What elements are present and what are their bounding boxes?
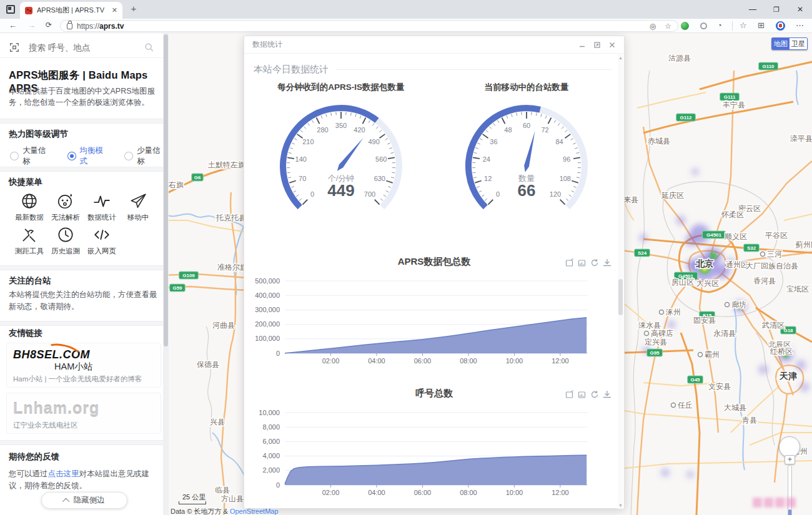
map-type-satellite[interactable]: 卫星 (790, 38, 807, 49)
url-scheme: https:// (77, 22, 99, 31)
feedback-link[interactable]: 点击这里 (48, 469, 79, 478)
quick-menu-label: 测距工具 (11, 247, 47, 256)
scroll-up-icon[interactable]: ▲ (618, 56, 623, 60)
map-label: 青县 (742, 416, 757, 424)
map-label: 方山县 (221, 494, 244, 503)
map-label: 滦平县 (790, 134, 812, 143)
radio-icon (10, 152, 19, 160)
toolbox-bar-chart-icon[interactable] (578, 258, 587, 267)
favorite-star-icon[interactable]: ☆ (665, 22, 671, 31)
radio-balanced-mode[interactable]: 均衡模式 (67, 145, 111, 167)
window-maximize-button[interactable]: ❐ (765, 0, 788, 19)
toolbox-line-chart-icon[interactable] (565, 390, 574, 399)
hide-sidebar-button[interactable]: 隐藏侧边 (41, 492, 127, 509)
dialog-header[interactable]: 数据统计 (244, 36, 624, 54)
pan-right-icon[interactable] (792, 445, 797, 450)
zoom-slider[interactable] (788, 465, 792, 515)
map-label: 土默特左旗 (208, 160, 245, 169)
quick-menu-label: 嵌入网页 (84, 247, 120, 256)
section-title: 本站今日数据统计 (254, 64, 329, 76)
quick-menu-moving[interactable]: 移动中 (120, 192, 156, 222)
window-minimize-button[interactable]: — (741, 0, 765, 19)
extension-icon[interactable] (681, 22, 689, 30)
zoom-in-button[interactable]: + (785, 455, 795, 464)
pan-up-icon[interactable] (788, 439, 793, 444)
map-pan-control[interactable] (779, 436, 800, 458)
map-label: 房山区 (671, 278, 694, 287)
collections-icon[interactable]: ⊞ (758, 21, 765, 30)
statistics-dialog: 数据统计 本站今日数据统计 每分钟收到的APRS-IS数据包数量 当前移动中的台… (244, 36, 625, 509)
favorites-bar-icon[interactable]: ☆ (740, 21, 747, 30)
scan-icon (9, 42, 20, 53)
toolbox-restore-icon[interactable] (590, 390, 599, 399)
heat-blob (676, 215, 686, 225)
toolbox-restore-icon[interactable] (590, 258, 599, 267)
toolbox-download-icon[interactable] (603, 258, 611, 267)
quick-menu-measure-tool[interactable]: 测距工具 (11, 225, 47, 256)
feedback-text: 您可以通过点击这里对本站提出意见或建议，期待着您的反馈。 (9, 468, 157, 492)
map-label: 北京 (695, 258, 713, 268)
profile-avatar[interactable] (776, 21, 785, 31)
heat-blob (795, 360, 806, 371)
toolbox-download-icon[interactable] (603, 390, 611, 399)
map-label: 河曲县 (212, 321, 235, 330)
globe-icon (20, 192, 39, 210)
refresh-icon[interactable]: ⟳ (46, 21, 52, 29)
quick-menu-history[interactable]: 历史追溯 (47, 225, 84, 256)
toolbox-bar-chart-icon[interactable] (578, 390, 587, 399)
search-icon[interactable] (144, 42, 154, 52)
svg-text:300,000: 300,000 (255, 306, 280, 313)
dialog-maximize-icon[interactable] (593, 41, 601, 49)
quick-menu-unparsed[interactable]: 无法解析 (47, 192, 84, 222)
pan-left-icon[interactable] (782, 445, 787, 450)
new-tab-button[interactable]: + (127, 3, 140, 14)
address-bar[interactable]: https:// aprs.tv ◎ ☆ (60, 20, 678, 32)
svg-text:96: 96 (563, 155, 570, 163)
dialog-scrollbar[interactable]: ▲ ▼ (618, 54, 623, 509)
toolbar-divider (732, 21, 733, 31)
city-marker (725, 303, 730, 307)
link-card-lnham[interactable]: Lnham.org 辽宁业余无线电社区 (6, 393, 161, 434)
search-bar[interactable] (0, 37, 163, 58)
road-badge-label: G59 (172, 285, 182, 291)
section-divider (0, 440, 163, 445)
svg-text:06:00: 06:00 (414, 357, 432, 365)
svg-text:04:00: 04:00 (368, 489, 385, 496)
forward-icon[interactable]: → (27, 21, 36, 30)
send-to-device-icon[interactable]: ◎ (650, 22, 656, 31)
road-badge-label: G110 (762, 64, 775, 69)
window-close-button[interactable]: ✕ (788, 0, 812, 19)
pan-down-icon[interactable] (788, 449, 793, 454)
quick-menu-embed[interactable]: 嵌入网页 (84, 225, 120, 256)
svg-text:02:00: 02:00 (322, 489, 340, 496)
extension-icon[interactable]: ◔ (717, 21, 722, 30)
svg-text:10:00: 10:00 (506, 489, 523, 496)
browser-tab[interactable]: APRS地图 | APRS.TV ✕ (20, 2, 122, 19)
dialog-close-icon[interactable] (608, 41, 616, 49)
more-menu-icon[interactable]: ⋯ (796, 21, 804, 30)
radio-many-beacons[interactable]: 大量信标 (10, 145, 54, 167)
map-type-map[interactable]: 地图 (772, 38, 790, 49)
svg-text:500,000: 500,000 (255, 277, 280, 285)
search-input[interactable] (29, 43, 144, 52)
radio-few-beacons[interactable]: 少量信标 (124, 145, 168, 167)
map-watermark (753, 498, 762, 508)
link-card-bh8sel[interactable]: BH8SEL.COM HAM小站 Ham小站 | 一个业余无线电爱好者的博客 (6, 343, 161, 388)
back-icon[interactable]: ← (9, 21, 17, 30)
tab-close-icon[interactable]: ✕ (112, 6, 117, 14)
sidebar-scrollbar[interactable] (163, 33, 169, 515)
chart-toolbox (565, 258, 611, 267)
quick-menu-latest-data[interactable]: 最新数据 (11, 192, 47, 222)
map-label: 大兴区 (696, 279, 719, 288)
city-marker (645, 331, 649, 336)
toolbox-line-chart-icon[interactable] (565, 258, 574, 267)
scrollbar-thumb[interactable] (164, 34, 168, 346)
extension-icon[interactable] (700, 22, 707, 29)
quick-menu-statistics[interactable]: 数据统计 (84, 192, 120, 222)
map-label: 兴县 (210, 418, 225, 426)
scrollbar-thumb[interactable] (618, 279, 623, 315)
road-badge-label: G4501 (706, 232, 722, 238)
dialog-minimize-icon[interactable] (578, 41, 586, 49)
tab-actions-icon[interactable] (6, 5, 15, 14)
scroll-down-icon[interactable]: ▼ (618, 503, 623, 508)
